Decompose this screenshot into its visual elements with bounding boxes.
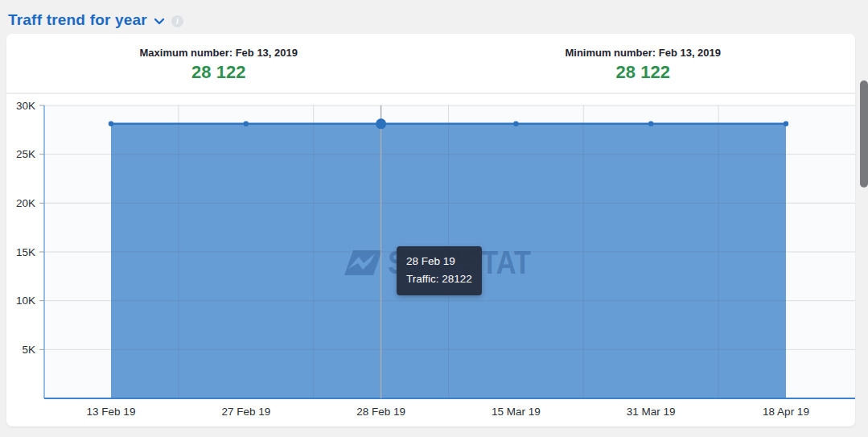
y-axis-label: 10K bbox=[16, 295, 35, 307]
chart-area: 30K25K20K15K10K5KSERPSTAT13 Feb 1927 Feb… bbox=[6, 94, 855, 425]
stat-maximum-value: 28 122 bbox=[6, 62, 431, 83]
watermark-text: SERPSTAT bbox=[388, 245, 531, 280]
y-axis-label: 25K bbox=[16, 148, 35, 160]
traffic-area-chart[interactable]: 30K25K20K15K10K5KSERPSTAT13 Feb 1927 Feb… bbox=[6, 94, 855, 425]
y-axis-label: 20K bbox=[16, 197, 35, 209]
stat-minimum: Minimum number: Feb 13, 2019 28 122 bbox=[431, 34, 856, 93]
data-point[interactable] bbox=[513, 122, 518, 126]
x-axis-label: 31 Mar 19 bbox=[627, 406, 676, 418]
y-axis-label: 15K bbox=[16, 246, 35, 258]
vertical-scrollbar-thumb[interactable] bbox=[860, 80, 868, 188]
data-point-active[interactable] bbox=[376, 118, 386, 129]
x-axis-label: 27 Feb 19 bbox=[221, 406, 270, 418]
data-point[interactable] bbox=[784, 122, 788, 126]
x-axis-label: 15 Mar 19 bbox=[492, 406, 541, 418]
stat-maximum-label: Maximum number: Feb 13, 2019 bbox=[6, 47, 431, 59]
info-icon[interactable]: i bbox=[171, 15, 183, 27]
data-point[interactable] bbox=[648, 122, 653, 126]
stat-minimum-value: 28 122 bbox=[431, 62, 856, 83]
traffic-trend-card: Maximum number: Feb 13, 2019 28 122 Mini… bbox=[6, 34, 855, 427]
chevron-down-icon[interactable] bbox=[154, 14, 165, 29]
stat-minimum-label: Minimum number: Feb 13, 2019 bbox=[431, 47, 856, 59]
panel-header: Traff trend for year i bbox=[0, 0, 868, 32]
stats-row: Maximum number: Feb 13, 2019 28 122 Mini… bbox=[6, 34, 855, 94]
stat-maximum: Maximum number: Feb 13, 2019 28 122 bbox=[6, 34, 431, 93]
x-axis-label: 28 Feb 19 bbox=[356, 406, 405, 418]
data-point[interactable] bbox=[109, 122, 113, 126]
y-axis-label: 5K bbox=[22, 344, 35, 356]
x-axis-label: 13 Feb 19 bbox=[87, 406, 136, 418]
page-title: Traff trend for year bbox=[8, 11, 147, 29]
y-axis-label: 30K bbox=[16, 100, 35, 112]
data-point[interactable] bbox=[244, 122, 249, 126]
x-axis-label: 18 Apr 19 bbox=[763, 406, 809, 418]
